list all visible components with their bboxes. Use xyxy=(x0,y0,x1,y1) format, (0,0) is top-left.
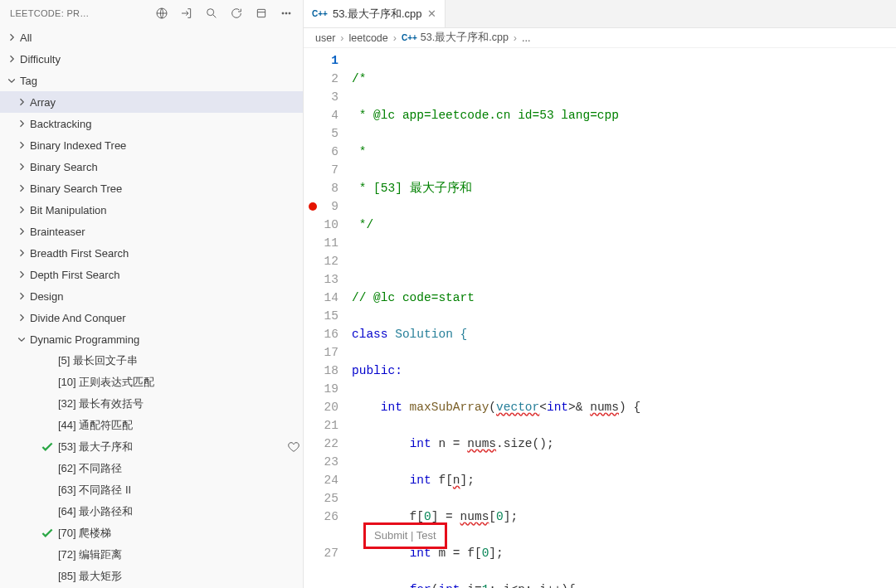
chevron-right-icon xyxy=(15,311,28,324)
chevron-right-icon xyxy=(15,289,28,303)
tree-problem[interactable]: [32] 最长有效括号 xyxy=(0,393,303,415)
svg-point-3 xyxy=(282,12,284,14)
tree-problem[interactable]: [63] 不同路径 II xyxy=(0,479,303,501)
svg-point-5 xyxy=(289,12,290,14)
search-icon[interactable] xyxy=(200,2,223,25)
tab-active[interactable]: C++ 53.最大子序和.cpp ✕ xyxy=(304,0,446,27)
tree-problem[interactable]: [44] 通配符匹配 xyxy=(0,415,303,436)
tree-tag[interactable]: Binary Search Tree xyxy=(0,177,303,199)
code-body[interactable]: /* * @lc app=leetcode.cn id=53 lang=cpp … xyxy=(352,48,896,588)
tree-problem[interactable]: [62] 不同路径 xyxy=(0,458,303,479)
chevron-down-icon xyxy=(5,74,18,87)
tree-tag[interactable]: Design xyxy=(0,285,303,307)
tree-tag[interactable]: Divide And Conquer xyxy=(0,307,303,328)
tree-problem[interactable]: [64] 最小路径和 xyxy=(0,501,303,522)
chevron-right-icon xyxy=(15,182,28,195)
more-icon[interactable] xyxy=(275,2,298,25)
chevron-right-icon xyxy=(15,225,28,238)
tree-problem[interactable]: [5] 最长回文子串 xyxy=(0,350,303,372)
chevron-right-icon xyxy=(5,31,18,44)
heart-icon[interactable] xyxy=(285,440,303,454)
tree-problem-solved[interactable]: [70] 爬楼梯 xyxy=(0,522,303,544)
tab-lang-badge: C++ xyxy=(312,9,328,18)
line-gutter[interactable]: 1234567891011121314151617181920212223242… xyxy=(304,48,352,588)
svg-point-4 xyxy=(285,12,287,14)
tree-problem[interactable]: [72] 编辑距离 xyxy=(0,544,303,566)
svg-point-1 xyxy=(207,9,214,16)
tree-problem[interactable]: [10] 正则表达式匹配 xyxy=(0,372,303,393)
tree-tag[interactable]: Bit Manipulation xyxy=(0,199,303,221)
chevron-right-icon xyxy=(15,95,28,109)
tree-tag[interactable]: Breadth First Search xyxy=(0,242,303,264)
sidebar-tree: All Difficulty Tag Array Backtracking Bi… xyxy=(0,27,303,588)
tree-problem-solved[interactable]: [53] 最大子序和 xyxy=(0,436,303,458)
tree-root-tag[interactable]: Tag xyxy=(0,70,303,91)
sidebar-header: LEETCODE: PROB... xyxy=(0,0,303,27)
tree-problem[interactable]: [85] 最大矩形 xyxy=(0,566,303,587)
breakpoint-icon[interactable] xyxy=(309,202,317,211)
tree-tag[interactable]: Binary Indexed Tree xyxy=(0,134,303,156)
chevron-right-icon xyxy=(15,138,28,152)
tree-tag[interactable]: Backtracking xyxy=(0,113,303,134)
tree-tag[interactable]: Binary Search xyxy=(0,156,303,177)
chevron-right-icon xyxy=(15,268,28,281)
breadcrumb[interactable]: user› leetcode› C++53.最大子序和.cpp› ... xyxy=(304,28,896,48)
tree-tag[interactable]: Depth First Search xyxy=(0,264,303,285)
tree-tag-array[interactable]: Array xyxy=(0,91,303,113)
editor-area: C++ 53.最大子序和.cpp ✕ user› leetcode› C++53… xyxy=(304,0,896,588)
chevron-down-icon xyxy=(15,333,28,346)
check-icon xyxy=(40,526,55,541)
chevron-right-icon xyxy=(5,52,18,66)
signin-icon[interactable] xyxy=(175,2,198,25)
sidebar: LEETCODE: PROB... All Difficulty Tag Arr… xyxy=(0,0,304,588)
collapse-icon[interactable] xyxy=(250,2,273,25)
tree-tag-dp[interactable]: Dynamic Programming xyxy=(0,328,303,350)
editor-tabs: C++ 53.最大子序和.cpp ✕ xyxy=(304,0,896,28)
check-icon xyxy=(40,440,55,454)
chevron-right-icon xyxy=(15,203,28,216)
tab-filename: 53.最大子序和.cpp xyxy=(333,7,422,22)
chevron-right-icon xyxy=(15,246,28,260)
codelens-submit-test[interactable]: Submit | Test xyxy=(363,522,447,549)
tree-tag[interactable]: Brainteaser xyxy=(0,221,303,242)
svg-rect-2 xyxy=(257,9,265,17)
tree-root-difficulty[interactable]: Difficulty xyxy=(0,48,303,70)
close-icon[interactable]: ✕ xyxy=(427,7,436,20)
sidebar-title: LEETCODE: PROB... xyxy=(5,8,95,18)
globe-icon[interactable] xyxy=(150,2,173,25)
chevron-right-icon xyxy=(15,117,28,130)
code-editor[interactable]: 1234567891011121314151617181920212223242… xyxy=(304,48,896,588)
refresh-icon[interactable] xyxy=(225,2,248,25)
chevron-right-icon xyxy=(15,160,28,173)
tree-root-all[interactable]: All xyxy=(0,27,303,48)
